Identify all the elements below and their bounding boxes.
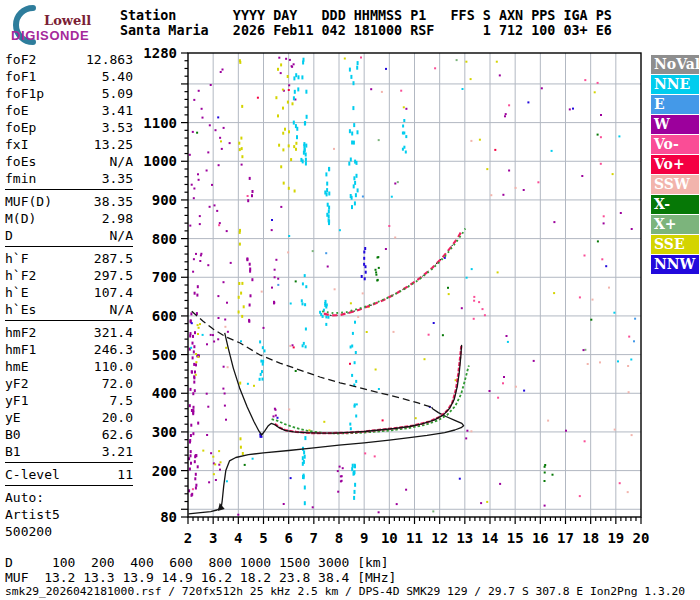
noise-dot	[197, 324, 199, 326]
noise-dot	[289, 345, 291, 347]
noise-dot	[238, 282, 240, 285]
noise-dot	[349, 129, 351, 133]
noise-dot	[271, 229, 273, 231]
noise-dot	[432, 510, 434, 512]
noise-dot	[506, 335, 508, 337]
noise-dot	[220, 461, 222, 463]
noise-dot	[334, 288, 336, 290]
noise-dot	[295, 142, 297, 145]
noise-dot	[405, 489, 407, 491]
noise-dot	[262, 378, 264, 381]
noise-dot	[218, 164, 220, 166]
noise-dot	[284, 128, 286, 131]
noise-dot	[608, 287, 610, 289]
noise-dot	[301, 75, 303, 79]
noise-dot	[361, 275, 363, 278]
y-tick-label: 1280	[143, 45, 177, 61]
noise-dot	[634, 318, 636, 320]
noise-dot	[378, 267, 380, 269]
noise-dot	[295, 124, 297, 128]
noise-dot	[603, 222, 605, 224]
noise-dot	[193, 376, 195, 379]
noise-dot	[357, 61, 359, 65]
noise-dot	[190, 347, 192, 349]
noise-dot	[388, 225, 390, 227]
noise-dot	[499, 74, 501, 76]
noise-dot	[597, 82, 599, 84]
noise-dot	[191, 370, 193, 373]
noise-dot	[282, 89, 284, 91]
noise-dot	[247, 195, 249, 197]
noise-dot	[364, 247, 366, 250]
noise-dot	[221, 148, 223, 150]
noise-dot	[551, 150, 553, 152]
noise-dot	[251, 194, 253, 197]
noise-dot	[603, 215, 605, 217]
noise-dot	[391, 196, 393, 198]
noise-dot	[190, 434, 192, 437]
noise-dot	[365, 271, 367, 274]
noise-dot	[353, 141, 355, 145]
noise-dot	[304, 501, 306, 505]
noise-dot	[547, 420, 549, 422]
noise-dot	[353, 81, 355, 85]
noise-dot	[348, 162, 350, 166]
y-tick-label: 1100	[143, 115, 177, 131]
noise-dot	[240, 437, 242, 440]
noise-dot	[304, 455, 306, 459]
noise-dot	[297, 87, 299, 91]
noise-dot	[533, 360, 535, 362]
noise-dot	[210, 334, 212, 336]
noise-dot	[198, 90, 200, 92]
legend-item-vo: Vo+	[651, 155, 699, 174]
noise-dot	[196, 132, 198, 134]
noise-dot	[503, 376, 505, 378]
noise-dot	[357, 316, 359, 318]
noise-dot	[193, 406, 195, 409]
noise-dot	[220, 140, 222, 142]
noise-dot	[341, 475, 343, 477]
noise-dot	[192, 488, 194, 490]
noise-dot	[189, 225, 191, 227]
noise-dot	[339, 229, 341, 231]
noise-dot	[327, 266, 329, 268]
noise-dot	[325, 252, 327, 254]
noise-dot	[241, 164, 243, 166]
noise-dot	[617, 360, 619, 362]
trace-hop2-outline	[324, 232, 461, 316]
noise-dot	[251, 278, 253, 281]
noise-dot	[630, 359, 632, 361]
noise-dot	[325, 172, 327, 176]
noise-dot	[303, 142, 305, 146]
noise-dot	[333, 148, 335, 150]
noise-dot	[288, 187, 290, 190]
noise-dot	[324, 302, 326, 305]
noise-dot	[262, 363, 264, 366]
noise-dot	[218, 317, 220, 319]
noise-dot	[292, 344, 294, 346]
noise-dot	[277, 278, 279, 280]
x-tick-label: 10	[381, 530, 398, 546]
noise-dot	[239, 59, 241, 62]
noise-dot	[473, 300, 475, 302]
legend-item-sse: SSE	[651, 235, 699, 254]
noise-dot	[351, 467, 353, 471]
y-tick-label: 80	[160, 509, 177, 525]
noise-dot	[385, 68, 387, 70]
noise-dot	[238, 311, 240, 314]
x-tick-label: 20	[633, 530, 650, 546]
noise-dot	[619, 482, 621, 484]
noise-dot	[283, 182, 285, 185]
noise-dot	[277, 68, 279, 71]
noise-dot	[325, 315, 327, 318]
noise-dot	[612, 173, 614, 175]
noise-dot	[378, 511, 380, 513]
noise-dot	[207, 406, 209, 408]
noise-dot	[247, 199, 249, 202]
noise-dot	[378, 139, 380, 141]
noise-dot	[581, 175, 583, 177]
noise-dot	[480, 502, 482, 504]
noise-dot	[355, 380, 357, 383]
noise-dot	[354, 483, 356, 487]
noise-dot	[241, 105, 243, 108]
